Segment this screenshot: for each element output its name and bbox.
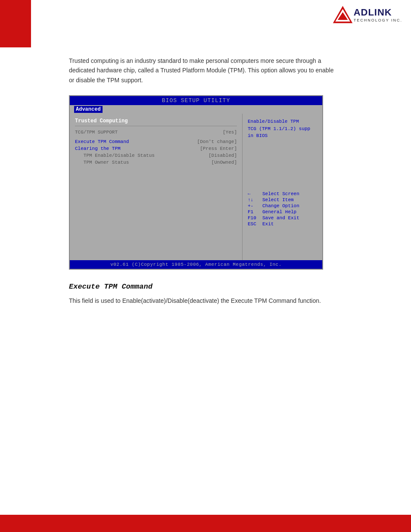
bios-value-tpm-status: [Disabled] (209, 153, 237, 158)
logo-text-block: ADLINK TECHNOLOGY INC. (354, 8, 402, 22)
intro-paragraph: Trusted computing is an industry standar… (69, 56, 336, 85)
bios-label-clearing: Clearing the TPM (75, 146, 121, 151)
brand-name: ADLINK (354, 8, 392, 17)
bios-value-tpm-owner: [UnOwned] (212, 160, 237, 165)
bios-nav-desc-f1: General Help (262, 209, 296, 215)
bios-title-text: BIOS SETUP UTILITY (162, 97, 230, 104)
execute-tpm-body: This field is used to Enable(activate)/D… (69, 296, 336, 305)
bios-nav-key-plusminus: +- (248, 203, 260, 208)
bios-nav-select-item: ↑↓ Select Item (248, 197, 317, 202)
bios-nav-esc: ESC Exit (248, 221, 317, 227)
bios-menu-advanced[interactable]: Advanced (74, 106, 103, 113)
bios-value-tcg: [Yes] (223, 130, 237, 135)
bios-label-execute: Execute TPM Command (75, 139, 129, 144)
bios-title-bar: BIOS SETUP UTILITY (70, 96, 322, 105)
bios-nav-f1: F1 General Help (248, 209, 317, 215)
bios-nav-key-f1: F1 (248, 209, 260, 215)
bios-nav-key-f10: F10 (248, 215, 260, 221)
main-content: Trusted computing is an industry standar… (0, 0, 411, 323)
bios-label-tcg: TCG/TPM SUPPORT (75, 130, 118, 135)
execute-tpm-heading: Execute TPM Command (69, 283, 377, 291)
brand-subtitle: TECHNOLOGY INC. (354, 18, 402, 22)
red-sidebar-accent (0, 0, 31, 47)
bios-label-tpm-owner: TPM Owner Status (75, 160, 129, 165)
bios-nav-desc-screen: Select Screen (262, 191, 299, 196)
bios-row-execute: Execute TPM Command [Don't change] (75, 139, 237, 144)
bios-nav-section: ← Select Screen ↑↓ Select Item +- Change… (248, 191, 317, 227)
bottom-red-bar (0, 515, 411, 532)
bios-row-tpm-status: TPM Enable/Disable Status [Disabled] (75, 153, 237, 158)
bios-nav-select-screen: ← Select Screen (248, 191, 317, 196)
bios-row-clearing: Clearing the TPM [Press Enter] (75, 146, 237, 151)
bios-nav-desc-esc: Exit (262, 221, 274, 227)
bios-row-tcg: TCG/TPM SUPPORT [Yes] (75, 130, 237, 135)
bios-footer-text: v02.61 (C)Copyright 1985-2006, American … (110, 262, 282, 267)
bios-nav-desc-change: Change Option (262, 203, 299, 208)
bios-help-text: Enable/Disable TPM TCG (TPM 1.1/1.2) sup… (248, 118, 317, 140)
bios-nav-key-arrow: ← (248, 191, 260, 196)
bios-nav-desc-item: Select Item (262, 197, 294, 202)
execute-tpm-section: Execute TPM Command This field is used t… (69, 283, 377, 305)
bios-value-execute: [Don't change] (197, 139, 237, 144)
bios-body: Trusted Computing TCG/TPM SUPPORT [Yes] … (70, 114, 322, 260)
bios-menu-bar: Advanced (70, 105, 322, 114)
bios-nav-desc-f10: Save and Exit (262, 215, 299, 221)
bios-nav-change-option: +- Change Option (248, 203, 317, 208)
bios-label-tpm-status: TPM Enable/Disable Status (75, 153, 155, 158)
bios-row-tpm-owner: TPM Owner Status [UnOwned] (75, 160, 237, 165)
bios-left-panel: Trusted Computing TCG/TPM SUPPORT [Yes] … (70, 114, 243, 260)
bios-nav-key-esc: ESC (248, 221, 260, 227)
adlink-logo: ADLINK TECHNOLOGY INC. (332, 4, 402, 26)
bios-value-clearing: [Press Enter] (200, 146, 237, 151)
bios-nav-key-updown: ↑↓ (248, 197, 260, 202)
bios-footer: v02.61 (C)Copyright 1985-2006, American … (70, 260, 322, 269)
bios-screenshot: BIOS SETUP UTILITY Advanced Trusted Comp… (69, 95, 323, 270)
bios-right-panel: Enable/Disable TPM TCG (TPM 1.1/1.2) sup… (243, 114, 322, 260)
bios-section-title: Trusted Computing (75, 118, 237, 126)
logo-triangle-icon (332, 4, 354, 26)
bios-nav-f10: F10 Save and Exit (248, 215, 317, 221)
